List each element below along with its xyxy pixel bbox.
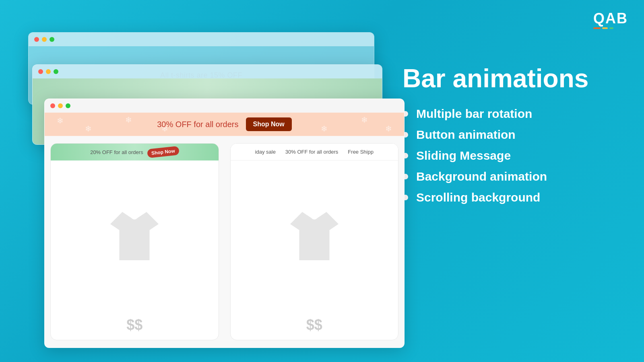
tshirt-area-1 <box>51 160 219 312</box>
dot-green-1[interactable] <box>50 37 54 42</box>
scrolling-item-1: iday sale <box>255 149 276 155</box>
logo-text: QAB <box>593 10 628 27</box>
mini-bar-1: 20% OFF for all orders Shop Now <box>51 144 219 160</box>
browser-bar-3 <box>45 99 404 113</box>
price-2: $$ <box>231 312 398 340</box>
list-item: Multiple bar rotation <box>402 107 612 121</box>
browser-bar-1 <box>29 33 374 46</box>
snowflake-icon: ❄ <box>57 116 64 125</box>
promo-text: 30% OFF for all orders <box>157 120 238 129</box>
dot-yellow-2[interactable] <box>46 69 51 74</box>
logo-bar-green <box>609 27 613 29</box>
list-item: Background animation <box>402 170 612 183</box>
list-item: Scrolling background <box>402 191 612 204</box>
mini-bar-text-1: 20% OFF for all orders <box>90 149 143 155</box>
dot-yellow-3[interactable] <box>58 103 63 108</box>
shop-now-button[interactable]: Shop Now <box>246 117 292 131</box>
snowflake-icon: ❄ <box>361 115 368 125</box>
tshirt-area-2 <box>231 160 398 312</box>
main-title: Bar animations <box>402 64 612 93</box>
right-panel: Bar animations Multiple bar rotation But… <box>402 64 612 212</box>
bullet-list: Multiple bar rotation Button animation S… <box>402 107 612 204</box>
mini-shop-now-button-1[interactable]: Shop Now <box>147 146 180 158</box>
product-card-2: iday sale 30% OFF for all orders Free Sh… <box>230 143 399 340</box>
logo: QAB <box>593 11 628 29</box>
browsers-container: All t-shirts are 15% OFF Sign up and get… <box>16 20 411 350</box>
logo-bar-yellow <box>602 27 608 29</box>
announcement-bar: ❄ ❄ ❄ ❄ ❄ ❄ ❄ ❄ 30% OFF for all orders S… <box>45 113 404 136</box>
dot-green-3[interactable] <box>66 103 70 108</box>
scrolling-item-3: Free Shipp <box>348 149 374 155</box>
browser-bar-2 <box>33 65 382 78</box>
dot-red-3[interactable] <box>50 103 55 108</box>
dot-yellow-1[interactable] <box>42 37 47 42</box>
tshirt-icon-2 <box>284 206 345 266</box>
product-area: 20% OFF for all orders Shop Now $$ iday … <box>45 136 404 348</box>
tshirt-icon-1 <box>104 206 165 266</box>
browser-window-3: ❄ ❄ ❄ ❄ ❄ ❄ ❄ ❄ 30% OFF for all orders S… <box>44 99 405 348</box>
scrolling-item-2: 30% OFF for all orders <box>285 149 339 155</box>
dot-red-1[interactable] <box>34 37 39 42</box>
snowflake-icon: ❄ <box>125 115 132 125</box>
mini-bar-2: iday sale 30% OFF for all orders Free Sh… <box>231 144 398 160</box>
scrolling-bar: iday sale 30% OFF for all orders Free Sh… <box>252 144 377 160</box>
list-item: Button animation <box>402 128 612 142</box>
dot-green-2[interactable] <box>54 69 58 74</box>
logo-underline <box>593 27 628 29</box>
price-1: $$ <box>51 312 219 340</box>
product-card-1: 20% OFF for all orders Shop Now $$ <box>50 143 219 340</box>
snowflake-icon: ❄ <box>385 124 392 134</box>
list-item: Sliding Message <box>402 149 612 162</box>
snowflake-icon: ❄ <box>321 124 328 134</box>
logo-bar-orange <box>593 27 601 29</box>
snowflake-icon: ❄ <box>85 124 92 134</box>
dot-red-2[interactable] <box>38 69 43 74</box>
